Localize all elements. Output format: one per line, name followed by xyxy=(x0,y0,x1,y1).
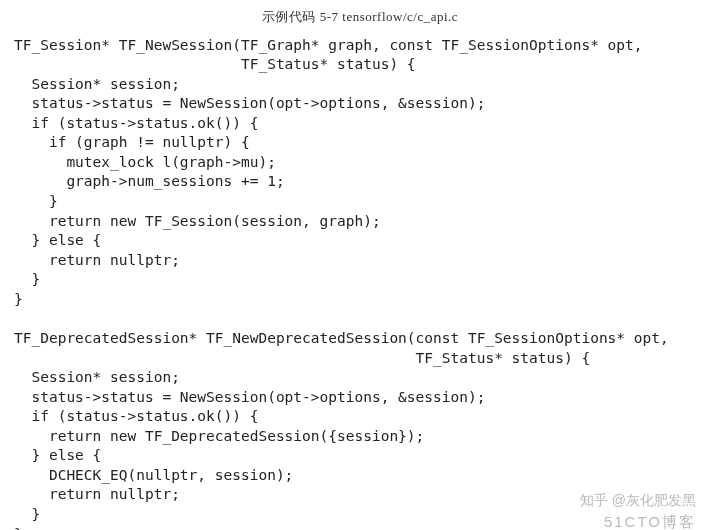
example-caption: 示例代码 5-7 tensorflow/c/c_api.c xyxy=(14,8,706,26)
code-block: TF_Session* TF_NewSession(TF_Graph* grap… xyxy=(14,36,706,530)
